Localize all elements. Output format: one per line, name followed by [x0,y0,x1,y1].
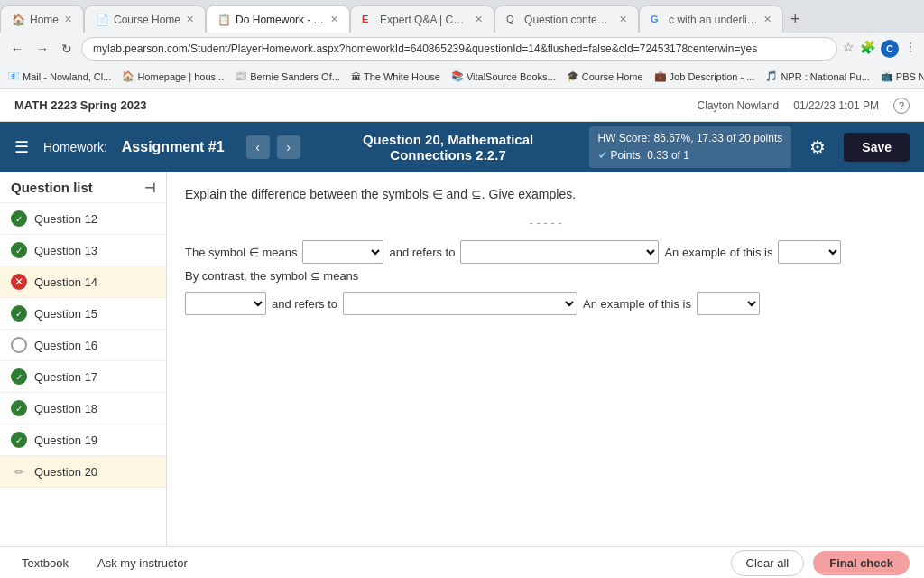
status-icon-q15: ✓ [11,305,27,322]
datetime: 01/22/23 1:01 PM [793,99,879,112]
form-row-2: is a subset of is an element of and refe… [185,292,906,315]
row2-select5[interactable]: a set an element [343,292,578,315]
tab-do-homework[interactable]: 📋 Do Homework - Assignme... ✕ [206,5,350,33]
sidebar-item-label-q15: Question 15 [34,307,97,321]
tab-do-homework-close[interactable]: ✕ [330,14,338,25]
row2-select6[interactable]: {1} 1 [697,292,760,315]
menu-icon[interactable]: ⋮ [904,40,917,58]
status-icon-q17: ✓ [11,368,27,385]
points-label: Points: [611,147,644,164]
tab-chegg-close[interactable]: ✕ [475,14,483,25]
row1-select1[interactable]: is an element of is a subset of [302,240,383,264]
sidebar-item-q12[interactable]: ✓ Question 12 [0,203,166,235]
app-title: MATH 2223 Spring 2023 [14,98,146,112]
tab-question-content-close[interactable]: ✕ [619,14,627,25]
address-bar-icons: ☆ 🧩 C ⋮ [843,40,917,58]
tab-google-favicon: G [651,14,663,26]
sidebar-item-label-q17: Question 17 [34,370,97,384]
row2-example-label: An example of this is [583,297,691,311]
bookmark-bernie[interactable]: 📰 Bernie Sanders Of... [235,70,340,82]
sidebar-item-q19[interactable]: ✓ Question 19 [0,424,166,456]
homework-header: ☰ Homework: Assignment #1 ‹ › Question 2… [0,122,924,172]
status-icon-q19: ✓ [11,432,27,448]
sidebar-item-q16[interactable]: Question 16 [0,330,166,361]
tab-google[interactable]: G c with an underline - Goog... ✕ [639,5,783,33]
content-area: Explain the difference between the symbo… [167,172,924,546]
points-value: 0.33 of 1 [647,147,689,164]
hamburger-menu[interactable]: ☰ [14,137,29,157]
row2-select4[interactable]: is a subset of is an element of [185,292,266,315]
new-tab-button[interactable]: + [783,5,808,33]
final-check-button[interactable]: Final check [813,551,910,575]
question-text: Explain the difference between the symbo… [185,187,906,201]
sidebar-item-q18[interactable]: ✓ Question 18 [0,393,166,424]
sidebar-item-q20[interactable]: ✏ Question 20 [0,456,166,488]
tab-question-content-favicon: Q [506,14,519,26]
row1-prefix: The symbol ∈ means [185,246,297,259]
sidebar-title: Question list [11,180,93,195]
reload-button[interactable]: ↻ [58,40,76,58]
bookmark-whitehouse[interactable]: 🏛 The White House [351,71,440,82]
bookmark-npr[interactable]: 🎵 NPR : National Pu... [765,70,869,82]
sidebar-item-label-q13: Question 13 [34,244,97,257]
extensions-icon[interactable]: 🧩 [860,40,875,58]
tab-chegg-title: Expert Q&A | Chegg.com [380,14,469,26]
hw-score-label: HW Score: [598,130,651,147]
hw-score-line: HW Score: 86.67%, 17.33 of 20 points [598,130,783,147]
tab-home[interactable]: 🏠 Home ✕ [0,5,84,33]
sidebar-item-q15[interactable]: ✓ Question 15 [0,298,166,330]
sidebar-item-q17[interactable]: ✓ Question 17 [0,361,166,393]
tab-home-title: Home [30,14,59,26]
sidebar-header: Question list ⊣ [0,172,166,203]
bookmark-pbs[interactable]: 📺 PBS NewsHour: N... [881,70,924,82]
app-header: MATH 2223 Spring 2023 Clayton Nowland 01… [0,89,924,122]
bottom-right: Clear all Final check [731,550,910,576]
clear-all-button[interactable]: Clear all [731,550,805,576]
tab-google-close[interactable]: ✕ [763,14,772,25]
sidebar-item-label-q12: Question 12 [34,212,97,226]
profile-icon[interactable]: C [881,40,899,58]
next-question-button[interactable]: › [277,135,300,159]
status-icon-q14: ✕ [11,274,27,290]
points-icon: ✔ [598,147,607,164]
back-button[interactable]: ← [7,40,27,58]
forward-button[interactable]: → [32,40,52,58]
tab-home-close[interactable]: ✕ [64,14,72,25]
star-icon[interactable]: ☆ [843,40,855,58]
ask-instructor-button[interactable]: Ask my instructor [90,553,195,573]
tab-do-homework-title: Do Homework - Assignme... [236,14,325,26]
row1-select3[interactable]: {1} 1 [778,240,841,264]
status-icon-q20: ✏ [11,463,27,480]
tab-question-content-title: Question content area bot... [524,14,614,26]
textbook-button[interactable]: Textbook [14,553,76,573]
save-button[interactable]: Save [844,133,910,162]
row1-select2[interactable]: an element a set [460,240,659,264]
tab-question-content[interactable]: Q Question content area bot... ✕ [494,5,639,33]
bookmark-mail[interactable]: 📧 Mail - Nowland, Cl... [7,70,111,82]
sidebar-item-q14[interactable]: ✕ Question 14 [0,266,166,298]
sidebar-item-label-q16: Question 16 [34,339,97,352]
bookmark-vitalsource[interactable]: 📚 VitalSource Books... [451,70,556,82]
user-name: Clayton Nowland [698,99,780,112]
tab-course-home-favicon: 📄 [96,14,108,26]
sidebar: Question list ⊣ ✓ Question 12 ✓ Question… [0,172,167,546]
gear-button[interactable]: ⚙ [806,133,829,162]
sidebar-collapse-button[interactable]: ⊣ [144,181,155,195]
homework-label: Homework: [43,140,107,154]
tab-course-home[interactable]: 📄 Course Home ✕ [84,5,206,33]
tab-course-home-close[interactable]: ✕ [186,14,194,25]
sidebar-item-label-q20: Question 20 [34,465,97,479]
tab-chegg[interactable]: E Expert Q&A | Chegg.com ✕ [350,5,494,33]
bookmark-course-home[interactable]: 🎓 Course Home [567,70,643,82]
row1-example-label: An example of this is [664,246,772,259]
row1-and-refers-to: and refers to [389,246,455,259]
address-input[interactable] [81,37,837,61]
row1-contrast-text: By contrast, the symbol ⊆ means [185,269,358,283]
resize-handle[interactable]: - - - - - [185,216,906,229]
sidebar-item-q13[interactable]: ✓ Question 13 [0,235,166,266]
bookmark-job[interactable]: 💼 Job Description - ... [654,70,755,82]
status-icon-q16 [11,337,27,353]
prev-question-button[interactable]: ‹ [246,135,270,159]
help-icon[interactable]: ? [893,98,910,114]
bookmark-homepage[interactable]: 🏠 Homepage | hous... [122,70,224,82]
